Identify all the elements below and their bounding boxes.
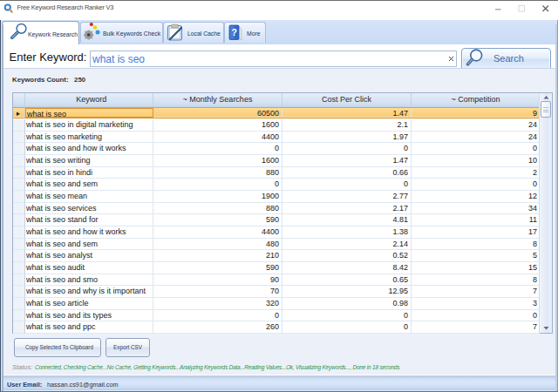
svg-text:?: ? — [231, 27, 236, 37]
